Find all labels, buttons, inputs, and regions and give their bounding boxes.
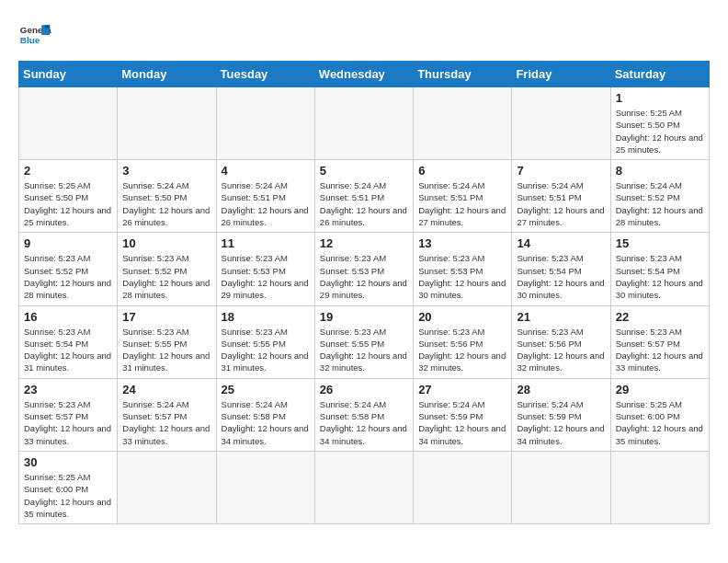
day-info: Sunrise: 5:24 AM Sunset: 5:51 PM Dayligh… <box>517 179 605 228</box>
col-header-friday: Friday <box>512 62 610 87</box>
col-header-tuesday: Tuesday <box>216 62 314 87</box>
calendar-cell: 26Sunrise: 5:24 AM Sunset: 5:58 PM Dayli… <box>314 378 413 451</box>
calendar-cell: 17Sunrise: 5:23 AM Sunset: 5:55 PM Dayli… <box>118 305 216 378</box>
calendar-week-1: 2Sunrise: 5:25 AM Sunset: 5:50 PM Daylig… <box>19 160 710 233</box>
day-number: 24 <box>122 383 210 396</box>
day-info: Sunrise: 5:24 AM Sunset: 5:59 PM Dayligh… <box>418 398 506 447</box>
calendar-cell: 12Sunrise: 5:23 AM Sunset: 5:53 PM Dayli… <box>314 233 413 305</box>
day-number: 19 <box>320 310 408 324</box>
day-number: 26 <box>320 383 408 396</box>
calendar-cell: 7Sunrise: 5:24 AM Sunset: 5:51 PM Daylig… <box>512 160 610 233</box>
day-info: Sunrise: 5:25 AM Sunset: 5:50 PM Dayligh… <box>24 179 112 228</box>
calendar-cell <box>216 87 314 160</box>
calendar-cell <box>610 451 709 523</box>
calendar-cell: 19Sunrise: 5:23 AM Sunset: 5:55 PM Dayli… <box>314 305 413 378</box>
day-number: 5 <box>320 164 408 178</box>
calendar-cell: 25Sunrise: 5:24 AM Sunset: 5:58 PM Dayli… <box>216 378 314 451</box>
day-number: 16 <box>24 310 112 324</box>
calendar-week-3: 16Sunrise: 5:23 AM Sunset: 5:54 PM Dayli… <box>19 305 710 378</box>
day-number: 14 <box>517 236 605 250</box>
day-number: 7 <box>517 164 605 178</box>
day-info: Sunrise: 5:23 AM Sunset: 5:55 PM Dayligh… <box>222 326 310 374</box>
day-info: Sunrise: 5:24 AM Sunset: 5:59 PM Dayligh… <box>517 398 605 447</box>
day-number: 1 <box>616 91 704 105</box>
day-info: Sunrise: 5:24 AM Sunset: 5:51 PM Dayligh… <box>418 179 506 228</box>
col-header-thursday: Thursday <box>414 62 512 87</box>
calendar-cell: 30Sunrise: 5:25 AM Sunset: 6:00 PM Dayli… <box>19 451 118 523</box>
day-info: Sunrise: 5:25 AM Sunset: 5:50 PM Dayligh… <box>616 107 704 155</box>
day-info: Sunrise: 5:23 AM Sunset: 5:55 PM Dayligh… <box>320 326 408 374</box>
calendar-header: SundayMondayTuesdayWednesdayThursdayFrid… <box>19 62 710 87</box>
calendar-cell: 8Sunrise: 5:24 AM Sunset: 5:52 PM Daylig… <box>610 160 709 233</box>
svg-marker-3 <box>45 25 50 29</box>
page-header: General Blue <box>18 18 710 52</box>
day-info: Sunrise: 5:23 AM Sunset: 5:53 PM Dayligh… <box>222 252 310 301</box>
day-number: 20 <box>418 310 506 324</box>
calendar-cell: 16Sunrise: 5:23 AM Sunset: 5:54 PM Dayli… <box>19 305 118 378</box>
calendar-cell: 22Sunrise: 5:23 AM Sunset: 5:57 PM Dayli… <box>610 305 709 378</box>
calendar-cell: 11Sunrise: 5:23 AM Sunset: 5:53 PM Dayli… <box>216 233 314 305</box>
calendar-cell <box>314 87 413 160</box>
calendar-cell <box>118 87 216 160</box>
calendar-cell <box>314 451 413 523</box>
day-info: Sunrise: 5:25 AM Sunset: 6:00 PM Dayligh… <box>616 398 704 447</box>
day-number: 30 <box>24 455 112 469</box>
calendar-cell <box>118 451 216 523</box>
day-number: 11 <box>222 236 310 250</box>
header-row: SundayMondayTuesdayWednesdayThursdayFrid… <box>19 62 710 87</box>
calendar-cell <box>414 451 512 523</box>
logo-icon: General Blue <box>18 18 51 52</box>
calendar-cell: 24Sunrise: 5:24 AM Sunset: 5:57 PM Dayli… <box>118 378 216 451</box>
day-number: 25 <box>222 383 310 396</box>
calendar-cell <box>19 87 118 160</box>
day-info: Sunrise: 5:24 AM Sunset: 5:58 PM Dayligh… <box>320 398 408 447</box>
day-number: 18 <box>222 310 310 324</box>
day-info: Sunrise: 5:24 AM Sunset: 5:51 PM Dayligh… <box>222 179 310 228</box>
day-number: 23 <box>24 383 112 396</box>
calendar-table: SundayMondayTuesdayWednesdayThursdayFrid… <box>18 61 710 524</box>
calendar-cell: 4Sunrise: 5:24 AM Sunset: 5:51 PM Daylig… <box>216 160 314 233</box>
day-info: Sunrise: 5:23 AM Sunset: 5:52 PM Dayligh… <box>122 252 210 301</box>
day-number: 2 <box>24 164 112 178</box>
svg-text:Blue: Blue <box>20 35 40 45</box>
day-number: 9 <box>24 236 112 250</box>
calendar-week-0: 1Sunrise: 5:25 AM Sunset: 5:50 PM Daylig… <box>19 87 710 160</box>
calendar-body: 1Sunrise: 5:25 AM Sunset: 5:50 PM Daylig… <box>19 87 710 524</box>
day-info: Sunrise: 5:23 AM Sunset: 5:56 PM Dayligh… <box>418 326 506 374</box>
day-number: 22 <box>616 310 704 324</box>
calendar-cell: 2Sunrise: 5:25 AM Sunset: 5:50 PM Daylig… <box>19 160 118 233</box>
day-info: Sunrise: 5:23 AM Sunset: 5:54 PM Dayligh… <box>616 252 704 301</box>
calendar-cell: 13Sunrise: 5:23 AM Sunset: 5:53 PM Dayli… <box>414 233 512 305</box>
calendar-cell <box>414 87 512 160</box>
day-number: 28 <box>517 383 605 396</box>
day-info: Sunrise: 5:23 AM Sunset: 5:56 PM Dayligh… <box>517 326 605 374</box>
day-info: Sunrise: 5:23 AM Sunset: 5:57 PM Dayligh… <box>616 326 704 374</box>
calendar-cell: 14Sunrise: 5:23 AM Sunset: 5:54 PM Dayli… <box>512 233 610 305</box>
day-number: 13 <box>418 236 506 250</box>
calendar-cell: 18Sunrise: 5:23 AM Sunset: 5:55 PM Dayli… <box>216 305 314 378</box>
day-number: 12 <box>320 236 408 250</box>
calendar-cell: 23Sunrise: 5:23 AM Sunset: 5:57 PM Dayli… <box>19 378 118 451</box>
day-number: 15 <box>616 236 704 250</box>
day-info: Sunrise: 5:24 AM Sunset: 5:52 PM Dayligh… <box>616 179 704 228</box>
day-info: Sunrise: 5:23 AM Sunset: 5:54 PM Dayligh… <box>24 326 112 374</box>
calendar-cell: 10Sunrise: 5:23 AM Sunset: 5:52 PM Dayli… <box>118 233 216 305</box>
day-info: Sunrise: 5:24 AM Sunset: 5:50 PM Dayligh… <box>122 179 210 228</box>
day-info: Sunrise: 5:24 AM Sunset: 5:58 PM Dayligh… <box>222 398 310 447</box>
calendar-week-2: 9Sunrise: 5:23 AM Sunset: 5:52 PM Daylig… <box>19 233 710 305</box>
calendar-cell: 29Sunrise: 5:25 AM Sunset: 6:00 PM Dayli… <box>610 378 709 451</box>
calendar-cell: 27Sunrise: 5:24 AM Sunset: 5:59 PM Dayli… <box>414 378 512 451</box>
day-info: Sunrise: 5:23 AM Sunset: 5:52 PM Dayligh… <box>24 252 112 301</box>
calendar-cell: 3Sunrise: 5:24 AM Sunset: 5:50 PM Daylig… <box>118 160 216 233</box>
day-number: 10 <box>122 236 210 250</box>
calendar-week-4: 23Sunrise: 5:23 AM Sunset: 5:57 PM Dayli… <box>19 378 710 451</box>
day-info: Sunrise: 5:23 AM Sunset: 5:53 PM Dayligh… <box>320 252 408 301</box>
calendar-cell <box>216 451 314 523</box>
calendar-cell: 15Sunrise: 5:23 AM Sunset: 5:54 PM Dayli… <box>610 233 709 305</box>
day-number: 21 <box>517 310 605 324</box>
day-info: Sunrise: 5:24 AM Sunset: 5:57 PM Dayligh… <box>122 398 210 447</box>
day-info: Sunrise: 5:23 AM Sunset: 5:54 PM Dayligh… <box>517 252 605 301</box>
calendar-week-5: 30Sunrise: 5:25 AM Sunset: 6:00 PM Dayli… <box>19 451 710 523</box>
day-info: Sunrise: 5:23 AM Sunset: 5:55 PM Dayligh… <box>122 326 210 374</box>
calendar-cell: 1Sunrise: 5:25 AM Sunset: 5:50 PM Daylig… <box>610 87 709 160</box>
